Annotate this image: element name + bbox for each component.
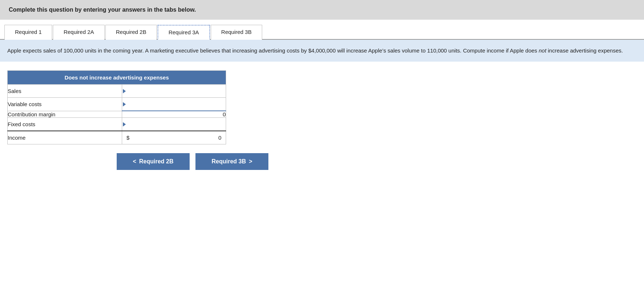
next-button[interactable]: Required 3B > [195, 153, 268, 170]
table-header: Does not increase advertising expenses [8, 71, 226, 84]
sales-value-cell [122, 85, 226, 98]
tab-required-2b[interactable]: Required 2B [105, 25, 157, 40]
prev-button[interactable]: < Required 2B [117, 153, 190, 170]
table-row: Contribution margin 0 [8, 111, 226, 118]
main-content: Does not increase advertising expenses S… [0, 62, 644, 179]
variable-costs-arrow-icon [123, 102, 126, 106]
sales-arrow-icon [123, 89, 126, 93]
instruction-text: Complete this question by entering your … [9, 7, 196, 13]
income-table: Does not increase advertising expenses S… [7, 70, 226, 144]
description-italic: not [539, 47, 546, 54]
income-value: 0 [218, 135, 221, 141]
next-chevron-icon: > [249, 158, 252, 165]
income-label: Income [8, 131, 122, 144]
table-row: Income $ 0 [8, 131, 226, 144]
prev-button-label: Required 2B [139, 158, 174, 165]
tab-required-3b[interactable]: Required 3B [211, 25, 262, 40]
prev-chevron-icon: < [133, 158, 136, 165]
variable-costs-label: Variable costs [8, 98, 122, 111]
sales-input[interactable] [122, 85, 226, 97]
variable-costs-value-cell [122, 98, 226, 111]
tabs-bar: Required 1 Required 2A Required 2B Requi… [0, 20, 644, 40]
sales-label: Sales [8, 85, 122, 98]
fixed-costs-label: Fixed costs [8, 118, 122, 131]
description-text-part1: Apple expects sales of 100,000 units in … [7, 47, 539, 54]
fixed-costs-arrow-icon [123, 122, 126, 127]
fixed-costs-input[interactable] [122, 118, 226, 131]
table-row: Sales [8, 85, 226, 98]
table-row: Fixed costs [8, 118, 226, 131]
instruction-banner: Complete this question by entering your … [0, 0, 644, 20]
contribution-margin-label: Contribution margin [8, 111, 122, 118]
tab-required-1[interactable]: Required 1 [4, 25, 52, 40]
income-value-cell: $ 0 [122, 131, 226, 144]
tab-required-3a[interactable]: Required 3A [158, 25, 210, 40]
contribution-margin-value: 0 [122, 111, 226, 118]
tab-required-2a[interactable]: Required 2A [53, 25, 104, 40]
income-dollar-sign: $ [127, 135, 129, 141]
fixed-costs-value-cell [122, 118, 226, 131]
navigation-buttons: < Required 2B Required 3B > [7, 153, 637, 170]
question-description: Apple expects sales of 100,000 units in … [0, 40, 644, 62]
table-row: Variable costs [8, 98, 226, 111]
next-button-label: Required 3B [212, 158, 246, 165]
description-text-part2: increase advertising expenses. [546, 47, 623, 54]
variable-costs-input[interactable] [122, 98, 226, 110]
